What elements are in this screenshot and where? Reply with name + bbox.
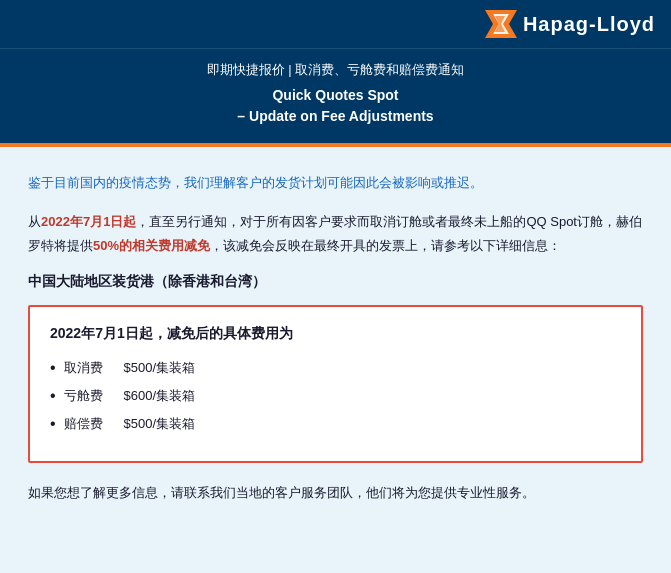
paragraph-policy-discount: 50%的相关费用减免 xyxy=(93,238,210,253)
paragraph-policy-prefix: 从 xyxy=(28,214,41,229)
fee-list-item: 取消费 $500/集装箱 xyxy=(50,359,621,377)
paragraph-covid: 鉴于目前国内的疫情态势，我们理解客户的发货计划可能因此会被影响或推迟。 xyxy=(28,171,643,194)
fee-name-cancellation: 取消费 xyxy=(64,359,116,377)
sub-title-line1: Quick Quotes Spot xyxy=(272,87,398,103)
footer-paragraph: 如果您想了解更多信息，请联系我们当地的客户服务团队，他们将为您提供专业性服务。 xyxy=(28,481,643,504)
logo-text: Hapag-Lloyd xyxy=(523,13,655,36)
header: Hapag-Lloyd xyxy=(0,0,671,48)
paragraph-policy: 从2022年7月1日起，直至另行通知，对于所有因客户要求而取消订舱或者最终未上船… xyxy=(28,210,643,257)
fee-box-title: 2022年7月1日起，减免后的具体费用为 xyxy=(50,325,621,343)
main-title: 即期快捷报价 | 取消费、亏舱费和赔偿费通知 xyxy=(20,61,651,79)
fee-list: 取消费 $500/集装箱 亏舱费 $600/集装箱 赔偿费 $500/集装箱 xyxy=(50,359,621,433)
fee-amount-deadfreight: $600/集装箱 xyxy=(124,387,234,405)
fee-amount-cancellation: $500/集装箱 xyxy=(124,359,234,377)
paragraph-policy-date: 2022年7月1日起 xyxy=(41,214,136,229)
page-wrapper: Hapag-Lloyd 即期快捷报价 | 取消费、亏舱费和赔偿费通知 Quick… xyxy=(0,0,671,573)
title-bar: 即期快捷报价 | 取消费、亏舱费和赔偿费通知 Quick Quotes Spot… xyxy=(0,48,671,143)
paragraph-covid-text: 鉴于目前国内的疫情态势，我们理解客户的发货计划可能因此会被影响或推迟。 xyxy=(28,175,483,190)
fee-list-item: 赔偿费 $500/集装箱 xyxy=(50,415,621,433)
content-area: 鉴于目前国内的疫情态势，我们理解客户的发货计划可能因此会被影响或推迟。 从202… xyxy=(0,147,671,573)
sub-title: Quick Quotes Spot – Update on Fee Adjust… xyxy=(20,85,651,127)
logo-area: Hapag-Lloyd xyxy=(485,10,655,38)
fee-list-item: 亏舱费 $600/集装箱 xyxy=(50,387,621,405)
region-heading: 中国大陆地区装货港（除香港和台湾） xyxy=(28,273,643,291)
hapag-lloyd-arrow-icon xyxy=(485,10,517,38)
fee-box: 2022年7月1日起，减免后的具体费用为 取消费 $500/集装箱 亏舱费 $6… xyxy=(28,305,643,463)
fee-amount-compensation: $500/集装箱 xyxy=(124,415,234,433)
paragraph-policy-suffix: ，该减免会反映在最终开具的发票上，请参考以下详细信息： xyxy=(210,238,561,253)
sub-title-line2: – Update on Fee Adjustments xyxy=(237,108,433,124)
fee-name-deadfreight: 亏舱费 xyxy=(64,387,116,405)
fee-name-compensation: 赔偿费 xyxy=(64,415,116,433)
